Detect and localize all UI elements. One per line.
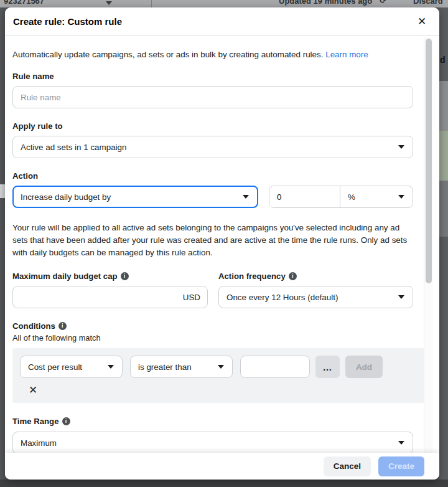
chevron-down-icon (398, 145, 404, 149)
budget-cap-label-text: Maximum daily budget cap (12, 272, 118, 281)
apply-rule-to-label: Apply rule to (12, 121, 439, 131)
background-stray-letter: d (440, 55, 446, 65)
background-cell (439, 181, 448, 237)
background-toolbar: 923271567 Updated 19 minutes ago ⟳ Disca… (0, 0, 448, 7)
background-page-right: d (439, 7, 448, 480)
budget-cap-label: Maximum daily budget cap i (12, 272, 208, 281)
modal-scrollbar-track[interactable] (424, 37, 432, 453)
time-range-value: Maximum (21, 438, 57, 448)
conditions-panel: Cost per result is greater than … Add ✕ (12, 348, 426, 403)
action-unit-select[interactable]: % (340, 186, 413, 207)
action-value: Increase daily budget by (21, 192, 111, 202)
create-button[interactable]: Create (378, 456, 424, 476)
chevron-down-icon (106, 1, 112, 5)
action-frequency-select[interactable]: Once every 12 Hours (default) (218, 286, 413, 308)
intro-text: Automatically update campaigns, ad sets … (12, 49, 439, 60)
conditions-label-text: Conditions (12, 321, 55, 331)
time-range-label-text: Time Range (12, 417, 59, 426)
background-divider (151, 0, 152, 7)
rule-name-input[interactable] (12, 86, 413, 108)
condition-metric-value: Cost per result (28, 362, 82, 372)
chevron-down-icon (398, 295, 404, 299)
modal-body: Automatically update campaigns, ad sets … (5, 37, 439, 453)
budget-frequency-row: Maximum daily budget cap i USD Action fr… (12, 272, 439, 308)
background-cell (439, 81, 448, 131)
chevron-down-icon (243, 195, 249, 199)
info-icon: i (121, 272, 129, 280)
background-page-bottom (0, 480, 448, 487)
action-row: Increase daily budget by % (12, 186, 439, 208)
action-unit-value: % (348, 192, 355, 202)
background-account-id: 923271567 (4, 0, 44, 7)
chevron-down-icon (218, 365, 224, 369)
action-frequency-label-text: Action frequency (218, 272, 286, 281)
action-amount-input[interactable] (269, 186, 340, 207)
budget-cap-input[interactable] (12, 286, 208, 308)
conditions-sublabel: All of the following match (12, 333, 439, 343)
cancel-button[interactable]: Cancel (324, 456, 371, 476)
condition-operator-select[interactable]: is greater than (130, 356, 233, 378)
apply-rule-to-select[interactable]: Active ad sets in 1 campaign (12, 136, 413, 158)
condition-metric-select[interactable]: Cost per result (20, 356, 123, 378)
chevron-down-icon (108, 365, 114, 369)
currency-suffix: USD (183, 293, 200, 302)
modal-scrollbar-thumb[interactable] (426, 39, 432, 283)
time-range-label: Time Range i (12, 417, 439, 426)
action-frequency-value: Once every 12 Hours (default) (226, 293, 338, 302)
action-amount-group: % (269, 186, 413, 208)
background-updated-text: Updated 19 minutes ago (279, 0, 372, 7)
close-icon[interactable]: ✕ (413, 13, 431, 31)
chevron-down-icon (398, 195, 404, 199)
background-cell (439, 131, 448, 181)
condition-more-button[interactable]: … (315, 356, 340, 378)
info-icon: i (289, 272, 297, 280)
condition-remove-icon[interactable]: ✕ (29, 384, 41, 397)
condition-row: Cost per result is greater than … Add (20, 356, 419, 378)
apply-rule-to-value: Active ad sets in 1 campaign (21, 143, 126, 152)
action-frequency-column: Action frequency i Once every 12 Hours (… (218, 272, 413, 308)
background-page-left (0, 184, 5, 198)
action-frequency-label: Action frequency i (218, 272, 413, 281)
condition-operator-value: is greater than (138, 362, 192, 372)
action-note: Your rule will be applied to all active … (12, 222, 417, 259)
intro-text-main: Automatically update campaigns, ad sets … (12, 50, 323, 59)
action-label: Action (12, 171, 439, 181)
learn-more-link[interactable]: Learn more (325, 50, 368, 59)
background-discard-label: Discard (413, 0, 443, 7)
modal-header: Create rule: Custom rule ✕ (5, 7, 439, 36)
action-select[interactable]: Increase daily budget by (12, 186, 258, 208)
modal-footer: Cancel Create (5, 453, 439, 480)
info-icon: i (62, 417, 70, 425)
condition-value-input[interactable] (240, 356, 310, 378)
condition-add-button[interactable]: Add (345, 356, 383, 378)
conditions-label: Conditions i (12, 321, 439, 331)
info-icon: i (58, 322, 67, 330)
time-range-select[interactable]: Maximum (12, 432, 413, 453)
modal-title: Create rule: Custom rule (13, 16, 122, 27)
create-rule-modal: Create rule: Custom rule ✕ Automatically… (5, 7, 439, 480)
rule-name-label: Rule name (12, 72, 439, 81)
refresh-icon: ⟳ (380, 0, 386, 5)
budget-cap-column: Maximum daily budget cap i USD (12, 272, 208, 308)
chevron-down-icon (398, 441, 404, 445)
